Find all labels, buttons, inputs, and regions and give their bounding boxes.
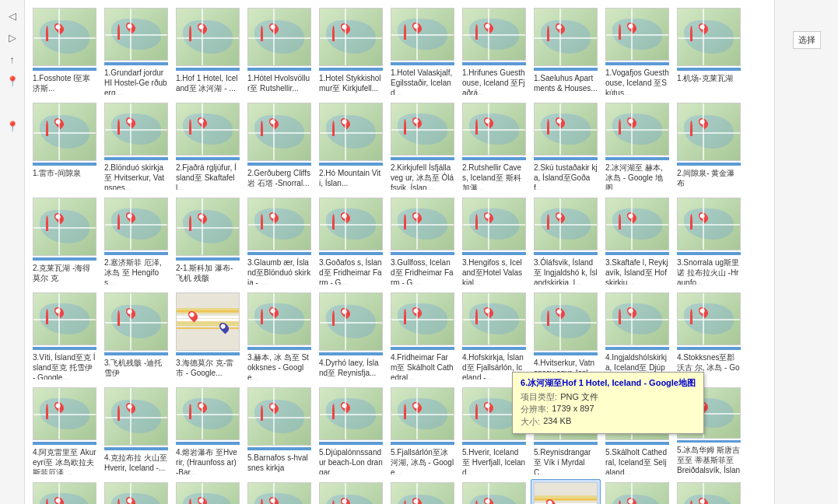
- file-name: 1.Hotel Stykkishol mur至 Kirkjufell...: [319, 73, 383, 93]
- file-item[interactable]: 3.Víti, Ísland至克 Ísland至克 托雪伊 - Google..…: [30, 289, 100, 383]
- file-thumbnail: [176, 103, 240, 156]
- file-name: 2.间隙泉- 黄金瀑布: [677, 168, 741, 188]
- file-status-bar: [462, 347, 526, 350]
- file-status-bar: [605, 252, 669, 255]
- file-item[interactable]: 2.Fjaðrá rgljúfur, Ísland至 Skaftafell...: [173, 100, 243, 193]
- file-item[interactable]: 4.阿克雷里至 Akureyri至 冰岛欧拉夫 斯菲厄泽 ...: [30, 384, 100, 478]
- file-name: 1.Hof 1 Hotel, Iceland至 冰河湖 - ...: [176, 73, 240, 93]
- tooltip-size-value: 234 KB: [543, 416, 571, 428]
- file-item[interactable]: 1.Vogafjos Guesthouse, Iceland 至Skútus..…: [602, 5, 672, 98]
- file-item[interactable]: 3.Gullfoss, Iceland至 Fridheimar Farm - G…: [387, 194, 458, 288]
- file-thumbnail: [534, 198, 598, 250]
- file-status-bar: [104, 62, 168, 65]
- file-item[interactable]: 6.Saeluhus Apartments & Houses: [387, 479, 458, 504]
- file-status-bar: [33, 68, 96, 71]
- file-name: 1.机场-克莱瓦湖: [677, 73, 741, 83]
- file-item[interactable]: 5.郡沃古古 尔至 Breiðdals vík, Ísland...: [30, 479, 100, 504]
- file-item[interactable]: 6.Londrangar-Hellnar: [316, 479, 386, 504]
- file-item[interactable]: 5.Djúpalónnssandur beach-Lon drangar: [316, 384, 386, 478]
- file-item[interactable]: 4.克拉布拉 火山至 Hverir, Iceland -...: [101, 384, 171, 478]
- file-item[interactable]: 2.塞济斯菲 厄泽, 冰岛 至 Hengifos...: [101, 194, 171, 288]
- file-status-bar: [319, 252, 383, 255]
- file-thumbnail: [104, 8, 168, 61]
- file-item[interactable]: 1.Grundarf jordur HI Hostel-Ge rðuberg .…: [101, 5, 171, 98]
- file-status-bar: [247, 163, 311, 166]
- file-name: 5.Reynisdrangar至 Vík í Myrdal C...: [534, 447, 598, 474]
- file-item[interactable]: 6.Vík í Myrdal Church至 Hrifunes ...: [459, 479, 529, 504]
- file-status-bar: [319, 442, 383, 445]
- file-status-bar: [176, 352, 240, 355]
- pin-icon-1[interactable]: 📍: [5, 73, 20, 89]
- file-item[interactable]: 6.冰河湖至 Hof 1 Hotel, Iceland - Google地图: [531, 479, 601, 504]
- tooltip-type-label: 项目类型:: [521, 391, 557, 403]
- file-item[interactable]: 3.Skaftafe l, Reykjavík, Ísland至 Hofskir…: [602, 194, 672, 288]
- file-status-bar: [677, 252, 741, 255]
- file-item[interactable]: 4.Hofskirkja, Ísland至 Fjallsárlón, Icela…: [459, 289, 529, 383]
- file-item[interactable]: 1.机场-克莱瓦湖: [674, 5, 744, 98]
- file-item[interactable]: 2.冰河湖至 赫本, 冰岛 - Google 地图: [602, 100, 672, 193]
- file-item[interactable]: 4.Fridheimar Farm至 Skálholt Cathedral...: [387, 289, 458, 383]
- file-item[interactable]: 1.Hotel Valaskjalf, Egilsstaðir, Iceland…: [387, 5, 458, 98]
- file-item[interactable]: 1.Fosshote l至寒济斯...: [30, 5, 100, 98]
- file-status-bar: [462, 252, 526, 255]
- file-item[interactable]: 1.Hrifunes Guesthouse, Iceland 至Fjaðrá..…: [459, 5, 529, 98]
- file-item[interactable]: 4.Hvitserkur, Vatnsnesv egur, Icel...: [531, 289, 601, 383]
- file-item[interactable]: 3.Glaumb ær, Ísland至Blönduó skirkja - ..…: [244, 194, 314, 288]
- file-status-bar: [176, 68, 240, 71]
- back-icon[interactable]: ◁: [5, 8, 20, 23]
- file-item[interactable]: 7.Myvatn Nature Baths, Iceland...: [674, 479, 744, 504]
- file-item[interactable]: 1.Hotel Stykkishol mur至 Kirkjufell...: [316, 5, 386, 98]
- file-item[interactable]: 2.Hó Mountain Viti, Íslan...: [316, 100, 386, 193]
- file-status-bar: [534, 157, 598, 160]
- file-thumbnail: [319, 387, 383, 440]
- file-item[interactable]: 6.Hverfjall, Iceland至 Myvatn Nature B...: [244, 479, 314, 504]
- file-item[interactable]: 1.Hof 1 Hotel, Iceland至 冰河湖 - ...: [173, 5, 243, 98]
- file-thumbnail: [247, 8, 311, 66]
- file-item[interactable]: 4.Stokksnes至郡沃古 尔, 冰岛 - Google...: [674, 289, 744, 383]
- file-item[interactable]: 3.飞机残骸 -迪托雪伊: [101, 289, 171, 383]
- file-item[interactable]: 1.雷市-间隙泉: [30, 100, 100, 193]
- file-item[interactable]: 3.Snorrala ug斯里诺 拉布拉火山 -Hraunfo...: [674, 194, 744, 288]
- file-item[interactable]: 3.海德莫尔 克-雷市 - Google...: [173, 289, 243, 383]
- file-item[interactable]: 5.Fjallsárlón至冰河湖, 冰岛 - Google...: [387, 384, 458, 478]
- forward-icon[interactable]: ▷: [5, 30, 20, 45]
- file-status-bar: [534, 442, 598, 445]
- file-item[interactable]: 6.塞里雅兰 瀑布-秘密 瀑布: [602, 479, 672, 504]
- up-icon[interactable]: ↑: [5, 51, 20, 67]
- file-item[interactable]: 2.Gerðuberg Cliffs岩 石塔 -Snorral...: [244, 100, 314, 193]
- file-item[interactable]: 3.Goðafos s, Ísland至 Fridheimar Farm - G…: [316, 194, 386, 288]
- file-name: 1.Saeluhus Apartments & Houses...: [534, 73, 598, 93]
- app-container: ◁ ▷ ↑ 📍 📍 1.Fosshote l至寒济斯...: [0, 0, 838, 504]
- file-thumbnail: [33, 482, 96, 504]
- file-thumbnail: [605, 292, 669, 345]
- file-item[interactable]: 2.Blönduó skirkja至 Hvitserkur, Vatnsnes.…: [101, 100, 171, 193]
- file-item[interactable]: 2.Kirkjufell Ísfjállaveg ur, 冰岛至 Óláfsvi…: [387, 100, 458, 193]
- file-item[interactable]: 2.Skú tustaðakir kja, Ísland至Goðaf...: [531, 100, 601, 193]
- file-item[interactable]: 2-1.斯科加 瀑布-飞机 残骸: [173, 194, 243, 288]
- file-status-bar: [33, 442, 96, 445]
- file-name: 5.Hverir, Iceland至 Hverfjall, Iceland...: [462, 447, 526, 474]
- file-item[interactable]: 4.Dyrhó laey, Ísland至 Reynisfja...: [316, 289, 386, 383]
- select-button[interactable]: 选择: [793, 31, 821, 49]
- file-name: 2.冰河湖至 赫本, 冰岛 - Google 地图: [605, 163, 669, 190]
- file-name: 3.Goðafos s, Ísland至 Fridheimar Farm - G…: [319, 257, 383, 285]
- file-thumbnail: [605, 482, 669, 504]
- file-name: 2.Kirkjufell Ísfjállaveg ur, 冰岛至 Óláfsvi…: [391, 163, 454, 190]
- file-item[interactable]: 3.Óláfsvik, Ísland至 Ingjaldshó k, Ísland…: [531, 194, 601, 288]
- file-status-bar: [462, 442, 526, 445]
- file-item[interactable]: 2.Rutshellir Caves, Iceland至 斯科加瀑...: [459, 100, 529, 193]
- file-item[interactable]: 4.熔岩瀑布 至Hverir, (Hraunfoss ar) -Bar...: [173, 384, 243, 478]
- file-status-bar: [176, 442, 240, 445]
- file-item[interactable]: 5.Barnafos s-hvalsnes kirkja: [244, 384, 314, 478]
- file-name: 4.阿克雷里至 Akureyri至 冰岛欧拉夫 斯菲厄泽 ...: [33, 447, 96, 474]
- file-item[interactable]: 4.Ingjaldshólskirkja, Iceland至 Djúpalón.…: [602, 289, 672, 383]
- file-item[interactable]: 3.Hengifos s, Iceland至Hotel Valaskjal...: [459, 194, 529, 288]
- file-item[interactable]: 1.Saeluhus Apartments & Houses...: [531, 5, 601, 98]
- file-item[interactable]: 5.欧拉夫斯 菲厄泽（Ó lafsfjörður )-锡格岛...: [101, 479, 171, 504]
- pin-icon-2[interactable]: 📍: [5, 118, 20, 134]
- file-item[interactable]: 1.Hótel Hvolsvöllur至 Rutshellir...: [244, 5, 314, 98]
- file-item[interactable]: 3.赫本, 冰 岛至 Stokksnes - Google...: [244, 289, 314, 383]
- file-item[interactable]: 6.Breiðdal svík, Ísland至 Fosshotels...: [173, 479, 243, 504]
- file-item[interactable]: 2.间隙泉- 黄金瀑布: [674, 100, 744, 193]
- file-item[interactable]: 2.克莱瓦湖 -海得莫尔 克: [30, 194, 100, 288]
